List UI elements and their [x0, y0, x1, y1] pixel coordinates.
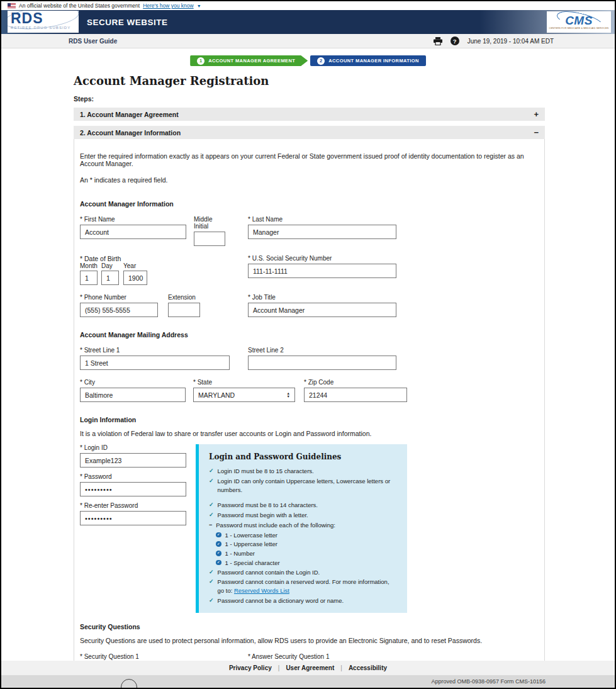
street2-label: Street Line 2	[248, 347, 396, 354]
check-circle-icon: ✓	[216, 532, 221, 538]
password-input[interactable]: •••••••••	[80, 482, 186, 496]
login-violation-note: It is a violation of Federal law to shar…	[80, 430, 538, 437]
login-id-input[interactable]: Example123	[80, 453, 186, 468]
hhs-logo-partial	[121, 679, 137, 688]
ssn-label: * U.S. Social Security Number	[248, 255, 396, 262]
cms-logo: CMS CENTERS FOR MEDICARE & MEDICAID SERV…	[547, 11, 611, 33]
phone-job-row: * Phone Number (555) 555-5555 Extension …	[80, 294, 538, 317]
utility-right-group: ? June 19, 2019 - 10:04 AM EDT	[434, 36, 554, 45]
check-circle-icon: ✓	[216, 560, 221, 566]
zip-label: * Zip Code	[304, 379, 407, 386]
middle-initial-label: Middle Initial	[194, 216, 225, 230]
site-header: RDS RETIREE DRUG SUBSIDY SECURE WEBSITE …	[1, 10, 615, 34]
usa-gov-banner: An official website of the United States…	[1, 1, 615, 10]
job-title-label: * Job Title	[248, 294, 396, 301]
accordion-account-manager-information[interactable]: 2. Account Manager Information −	[74, 126, 545, 139]
phone-input[interactable]: (555) 555-5555	[80, 303, 158, 317]
registration-form-panel: Enter the required information exactly a…	[74, 139, 545, 661]
guideline-item: Password must be 8 to 14 characters.	[218, 501, 318, 510]
privacy-policy-link[interactable]: Privacy Policy	[229, 664, 272, 671]
check-circle-icon: ✓	[216, 541, 221, 547]
check-icon: ✓	[209, 501, 214, 510]
reserved-words-list-link[interactable]: Reserved Words List	[234, 587, 289, 594]
day-input[interactable]: 1	[101, 271, 119, 285]
main-content: 1 ACCOUNT MANAGER AGREEMENT 2 ACCOUNT MA…	[1, 48, 615, 661]
year-label: Year	[123, 262, 147, 269]
extension-label: Extension	[168, 294, 200, 301]
street1-input[interactable]: 1 Street	[80, 356, 230, 370]
guideline-subitem: 1 - Lowercase letter	[225, 531, 277, 540]
city-state-zip-row: * City Baltimore * State MARYLAND ▲▼ * Z…	[80, 379, 538, 402]
footer-bottom-bar: Approved OMB-0938-0957 Form CMS-10156	[1, 675, 615, 688]
progress-step-1: 1 ACCOUNT MANAGER AGREEMENT	[190, 55, 308, 66]
secure-website-title: SECURE WEBSITE	[87, 18, 168, 27]
print-icon[interactable]	[434, 37, 442, 45]
form-intro-text: Enter the required information exactly a…	[80, 152, 538, 167]
step-2-number: 2	[317, 57, 325, 65]
street2-input[interactable]	[248, 356, 396, 370]
guideline-item: Password cannot contain the Login ID.	[218, 568, 320, 577]
footer-links-bar: Privacy Policy | User Agreement | Access…	[1, 661, 615, 675]
security-a1-label: * Answer Security Question 1	[248, 653, 396, 660]
select-arrows-icon: ▲▼	[287, 392, 290, 398]
link-separator: |	[278, 664, 280, 671]
step-2-label: ACCOUNT MANAGER INFORMATION	[328, 58, 419, 64]
required-field-note: An * indicates a required field.	[80, 176, 538, 184]
guideline-item: Login ID must be 8 to 15 characters.	[218, 467, 314, 476]
street1-label: * Street Line 1	[80, 347, 230, 354]
guideline-item: Password must include each of the follow…	[216, 521, 335, 530]
mailing-address-heading: Account Manager Mailing Address	[80, 331, 538, 339]
accordion-account-manager-agreement[interactable]: 1. Account Manager Agreement +	[74, 108, 545, 121]
zip-input[interactable]: 21244	[304, 388, 407, 402]
city-label: * City	[80, 379, 186, 386]
login-password-guidelines-box: Login and Password Guidelines ✓Login ID …	[196, 444, 407, 613]
month-input[interactable]: 1	[80, 271, 98, 285]
job-title-input[interactable]: Account Manager	[248, 303, 396, 317]
collapse-icon[interactable]: −	[534, 128, 539, 137]
security-q1-label: * Security Question 1	[80, 653, 230, 660]
security-questions-description: Security Questions are used to protect p…	[80, 637, 538, 644]
guideline-item: Password cannot be a dictionary word or …	[218, 597, 344, 605]
rds-logo-text: RDS	[11, 11, 76, 25]
progress-steps: 1 ACCOUNT MANAGER AGREEMENT 2 ACCOUNT MA…	[1, 55, 615, 66]
check-icon: ✓	[209, 477, 214, 495]
cms-logo-text: CMS	[565, 15, 593, 26]
utility-bar: RDS User Guide ? June 19, 2019 - 10:04 A…	[1, 34, 615, 48]
state-select[interactable]: MARYLAND ▲▼	[193, 388, 295, 402]
city-input[interactable]: Baltimore	[80, 388, 186, 402]
official-site-text: An official website of the United States…	[19, 3, 140, 9]
rds-logo-tagline: RETIREE DRUG SUBSIDY	[11, 26, 76, 30]
guideline-item: Password must begin with a letter.	[218, 511, 308, 520]
help-icon[interactable]: ?	[451, 36, 459, 45]
reenter-password-input[interactable]: •••••••••	[80, 511, 186, 525]
user-agreement-link[interactable]: User Agreement	[286, 664, 334, 671]
expand-icon[interactable]: +	[534, 110, 539, 118]
first-name-input[interactable]: Account	[80, 225, 186, 239]
rds-logo[interactable]: RDS RETIREE DRUG SUBSIDY	[8, 11, 79, 33]
guidelines-heading: Login and Password Guidelines	[209, 452, 397, 461]
extension-input[interactable]	[168, 303, 200, 317]
steps-label: Steps:	[74, 95, 545, 103]
ssn-input[interactable]: 111-11-1111	[248, 264, 396, 278]
month-label: Month	[80, 262, 98, 269]
check-icon: ✓	[209, 511, 214, 520]
year-input[interactable]: 1900	[123, 271, 147, 285]
security-questions-heading: Security Questions	[80, 623, 538, 630]
accordion-2-label: 2. Account Manager Information	[80, 129, 181, 137]
link-separator: |	[340, 664, 342, 671]
name-row: * First Name Account Middle Initial * La…	[80, 216, 538, 246]
middle-initial-input[interactable]	[194, 232, 225, 246]
dash-icon: −	[209, 521, 212, 530]
chevron-down-icon: ▼	[197, 4, 201, 8]
check-icon: ✓	[209, 597, 214, 605]
last-name-input[interactable]: Manager	[248, 225, 396, 239]
dob-label: * Date of Birth	[80, 255, 121, 262]
site-footer: Privacy Policy | User Agreement | Access…	[1, 661, 615, 688]
rds-user-guide-link[interactable]: RDS User Guide	[69, 38, 117, 45]
check-icon: ✓	[209, 578, 214, 595]
accessibility-link[interactable]: Accessibility	[349, 664, 387, 671]
guideline-item: Login ID can only contain Uppercase lett…	[218, 477, 397, 495]
page-title: Account Manager Registration	[74, 74, 545, 87]
heres-how-you-know-link[interactable]: Here's how you know	[143, 3, 194, 9]
guideline-subitem: 1 - Uppercase letter	[225, 540, 277, 549]
